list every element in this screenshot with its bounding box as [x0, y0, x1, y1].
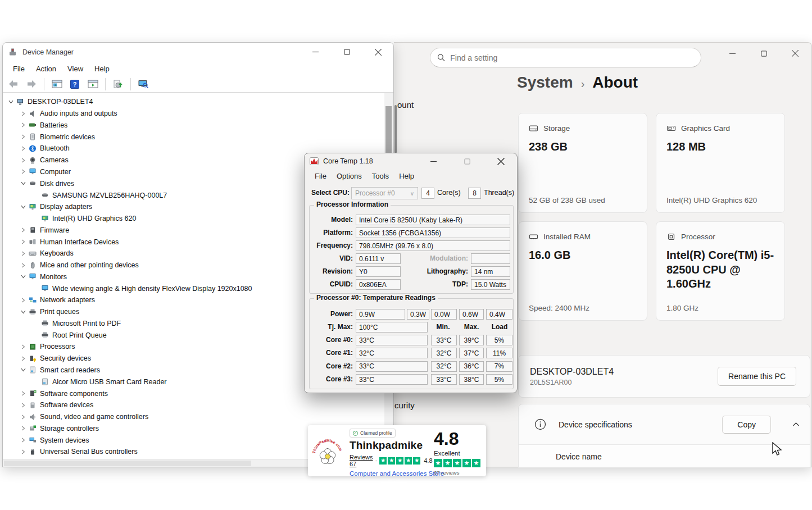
- console-tree-icon: [52, 80, 62, 88]
- chevron-up-icon[interactable]: [792, 422, 800, 427]
- copy-button[interactable]: Copy: [722, 416, 771, 434]
- menu-help[interactable]: Help: [89, 63, 115, 75]
- tree-item[interactable]: DESKTOP-03DLET4: [3, 96, 385, 108]
- chevron-right-icon[interactable]: [19, 403, 28, 408]
- chevron-right-icon[interactable]: [19, 227, 28, 233]
- menu-view[interactable]: View: [62, 63, 89, 75]
- chevron-down-icon[interactable]: [19, 310, 28, 314]
- dm-close-button[interactable]: [370, 45, 387, 60]
- chevron-right-icon[interactable]: [19, 263, 28, 268]
- processor-information-group: Processor Information Model: Intel Core …: [309, 205, 514, 294]
- device-specifications-card: Device specifications Copy Device name: [518, 404, 810, 468]
- console-tree-button[interactable]: [49, 78, 64, 91]
- menu-tools[interactable]: Tools: [368, 171, 393, 181]
- chevron-right-icon[interactable]: [19, 298, 28, 303]
- network-icon: [29, 297, 38, 304]
- menu-file[interactable]: File: [310, 171, 331, 181]
- chevron-right-icon[interactable]: [19, 391, 28, 396]
- chevron-right-icon[interactable]: [19, 449, 28, 454]
- back-button[interactable]: [6, 78, 21, 91]
- store-category-link[interactable]: Computer and Accessories Store: [350, 470, 428, 477]
- tree-item[interactable]: Sound, video and game controllers: [3, 411, 385, 423]
- settings-close-button[interactable]: [787, 46, 804, 61]
- device-specifications-header[interactable]: Device specifications Copy: [519, 404, 810, 444]
- scan-hardware-button[interactable]: [111, 78, 125, 91]
- ct-minimize-button[interactable]: [425, 154, 442, 169]
- chevron-down-icon[interactable]: [19, 205, 28, 209]
- chevron-right-icon[interactable]: [19, 415, 28, 420]
- dm-vertical-scrollbar-thumb[interactable]: [385, 106, 392, 153]
- action-pane-button[interactable]: [85, 78, 100, 91]
- mouse-cursor: [772, 442, 784, 457]
- chevron-down-icon[interactable]: [19, 368, 28, 372]
- core-label: Core #3:: [326, 375, 353, 383]
- chevron-right-icon[interactable]: [19, 169, 28, 174]
- chevron-right-icon[interactable]: [19, 158, 28, 163]
- chevron-right-icon[interactable]: [19, 438, 28, 443]
- remote-computer-button[interactable]: [136, 78, 151, 91]
- model-label: Model:: [331, 216, 353, 224]
- chevron-right-icon[interactable]: [19, 356, 28, 361]
- tree-item[interactable]: Biometric devices: [3, 131, 385, 143]
- tree-item-label: Universal Serial Bus controllers: [40, 448, 138, 456]
- reviews-count: 67 reviews: [434, 470, 459, 476]
- reviews-link[interactable]: Reviews 67: [350, 454, 373, 467]
- rename-pc-button[interactable]: Rename this PC: [718, 367, 796, 386]
- core-min-field: 33°C: [431, 335, 457, 345]
- sidebar-scrollbar[interactable]: [394, 105, 397, 153]
- search-input[interactable]: [450, 53, 694, 62]
- chevron-right-icon[interactable]: [19, 239, 28, 244]
- maximize-icon: [761, 51, 767, 57]
- chevron-right-icon[interactable]: [19, 134, 28, 139]
- info-icon: [534, 418, 546, 430]
- core-load-field: 5%: [486, 374, 512, 385]
- chevron-right-icon[interactable]: [19, 111, 28, 116]
- device-manager-titlebar: Device Manager: [3, 43, 393, 61]
- menu-options[interactable]: Options: [332, 171, 366, 181]
- settings-search[interactable]: [430, 48, 701, 67]
- disk-icon: [41, 192, 50, 199]
- dm-horizontal-scrollbar-thumb[interactable]: [4, 461, 251, 466]
- ct-maximize-button[interactable]: [459, 154, 475, 169]
- settings-maximize-button[interactable]: [755, 46, 772, 61]
- tree-item-label: Storage controllers: [40, 425, 99, 432]
- chevron-right-icon[interactable]: [19, 344, 28, 349]
- sidebar-item-security-partial[interactable]: curity: [394, 400, 415, 410]
- tree-item[interactable]: Software devices: [3, 399, 385, 411]
- breadcrumb-system[interactable]: System: [517, 74, 573, 92]
- tree-item[interactable]: Batteries: [3, 120, 385, 131]
- action-pane-icon: [88, 80, 98, 88]
- chevron-down-icon[interactable]: [6, 100, 15, 104]
- model-field: Intel Core i5 8250U (Kaby Lake-R): [356, 215, 510, 225]
- menu-file[interactable]: File: [7, 63, 30, 75]
- card-label: Installed RAM: [543, 233, 591, 241]
- sidebar-item-accounts-partial[interactable]: ount: [397, 100, 414, 110]
- settings-minimize-button[interactable]: [724, 46, 741, 61]
- star-icon: ★: [443, 459, 452, 467]
- chevron-right-icon[interactable]: [19, 122, 28, 128]
- dm-minimize-button[interactable]: [307, 45, 324, 60]
- ct-close-button[interactable]: [492, 154, 509, 169]
- trustpilot-badge: ThinkPadMike.com ✓ Claimed profile Think…: [308, 425, 486, 476]
- modulation-field: [471, 253, 510, 264]
- chevron-right-icon[interactable]: [19, 146, 28, 151]
- chevron-down-icon[interactable]: [19, 181, 28, 185]
- menu-help[interactable]: Help: [394, 171, 419, 181]
- monitor-icon: [29, 273, 38, 280]
- threads-count-box: 8: [468, 188, 481, 199]
- help-button[interactable]: ?: [67, 78, 82, 91]
- select-cpu-label: Select CPU:: [311, 189, 350, 197]
- dm-maximize-button[interactable]: [338, 45, 355, 60]
- cpu-select-dropdown[interactable]: Processor #0 ∨: [351, 187, 418, 199]
- star-icon: ★: [434, 459, 442, 467]
- chevron-down-icon[interactable]: [19, 275, 28, 279]
- tree-item[interactable]: Audio inputs and outputs: [3, 108, 385, 120]
- chevron-right-icon[interactable]: [19, 426, 28, 431]
- core-temp-field: 33°C: [356, 361, 428, 372]
- power-value-field: 0.0W: [431, 309, 457, 320]
- chevron-right-icon[interactable]: [19, 251, 28, 256]
- forward-button[interactable]: [24, 78, 39, 91]
- menu-action[interactable]: Action: [30, 63, 62, 75]
- card-footer: Speed: 2400 MHz: [529, 304, 637, 312]
- tree-item-label: Software devices: [40, 401, 93, 409]
